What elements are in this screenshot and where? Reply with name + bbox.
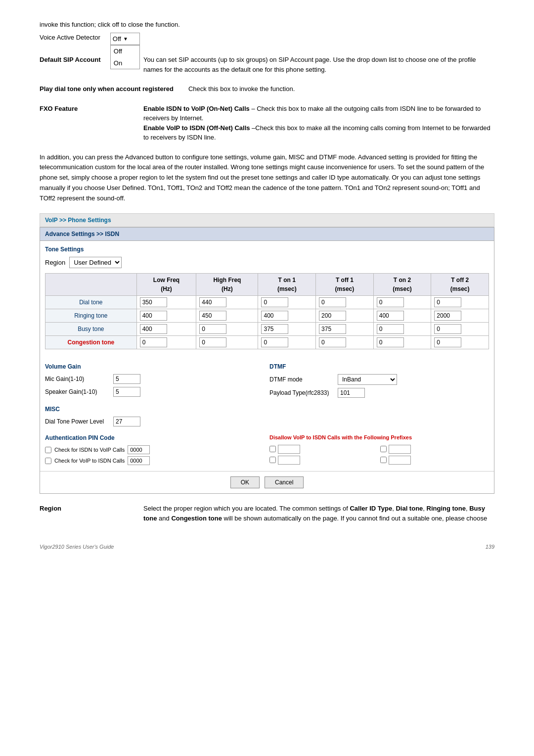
check-isdn-to-voip-value[interactable]	[128, 445, 150, 454]
dtmf-mode-label: DTMF mode	[269, 375, 334, 384]
dial-low[interactable]	[136, 296, 196, 309]
cong-ton1-input[interactable]	[261, 337, 288, 347]
cong-low[interactable]	[136, 336, 196, 349]
region-section-label: Region	[40, 504, 129, 523]
busy-low[interactable]	[136, 323, 196, 336]
ring-high[interactable]	[196, 309, 258, 323]
disallow-prefix-1b-input[interactable]	[389, 445, 411, 454]
ring-ton2-input[interactable]	[377, 311, 404, 321]
busy-low-input[interactable]	[140, 324, 167, 334]
fxo-bold1: Enable ISDN to VoIP (On-Net) Calls	[143, 105, 250, 112]
settings-header: Advance Settings >> ISDN	[40, 228, 494, 241]
ring-toff2-input[interactable]	[434, 311, 461, 321]
ok-button[interactable]: OK	[230, 476, 260, 488]
region-bold1: Caller ID Type	[350, 505, 392, 512]
dial-ton2[interactable]	[373, 296, 431, 309]
region-bold2: Dial tone	[396, 505, 423, 512]
disallow-prefix-1a-input[interactable]	[278, 445, 300, 454]
cong-ton1[interactable]	[258, 336, 316, 349]
busy-toff1-input[interactable]	[319, 324, 346, 334]
check-isdn-to-voip-label: Check for ISDN to VoIP Calls	[54, 446, 125, 454]
dial-low-input[interactable]	[140, 297, 167, 307]
dial-toff2[interactable]	[431, 296, 489, 309]
dial-toff2-input[interactable]	[434, 297, 461, 307]
dial-toff1[interactable]	[316, 296, 374, 309]
region-bold5: Congestion tone	[171, 515, 222, 522]
cong-low-input[interactable]	[140, 337, 167, 347]
dial-ton1-input[interactable]	[261, 297, 288, 307]
region-desc-mid: and	[157, 515, 171, 522]
disallow-prefix-1a-checkbox[interactable]	[269, 446, 276, 452]
busy-toff2[interactable]	[431, 323, 489, 336]
play-dial-desc: Check this box to invoke the function.	[188, 84, 494, 94]
ring-ton2[interactable]	[373, 309, 431, 323]
check-isdn-to-voip-checkbox[interactable]	[45, 447, 51, 453]
busy-toff2-input[interactable]	[434, 324, 461, 334]
ring-ton1[interactable]	[258, 309, 316, 323]
breadcrumb: VoIP >> Phone Settings	[40, 213, 494, 227]
disallow-prefix-2b-checkbox[interactable]	[380, 457, 387, 463]
ring-low-input[interactable]	[140, 311, 167, 321]
dial-high-input[interactable]	[199, 297, 226, 307]
cong-ton2[interactable]	[373, 336, 431, 349]
cancel-button[interactable]: Cancel	[265, 476, 304, 488]
vad-option-on[interactable]: On	[111, 57, 139, 69]
busy-ton1-input[interactable]	[261, 324, 288, 334]
dial-toff1-input[interactable]	[319, 297, 346, 307]
fxo-desc: Enable ISDN to VoIP (On-Net) Calls – Che…	[143, 104, 494, 142]
disallow-prefix-1b-checkbox[interactable]	[380, 446, 387, 452]
cong-high-input[interactable]	[199, 337, 226, 347]
dtmf-mode-select[interactable]: InBand OutBand OutBand_NTE	[338, 374, 397, 385]
check-voip-to-isdn-checkbox[interactable]	[45, 458, 51, 464]
payload-type-input[interactable]	[338, 388, 365, 398]
disallow-prefix-2a-checkbox[interactable]	[269, 457, 276, 463]
ring-toff1[interactable]	[316, 309, 374, 323]
vad-dropdown-menu: Off On	[110, 45, 140, 69]
busy-ton1[interactable]	[258, 323, 316, 336]
cong-toff1[interactable]	[316, 336, 374, 349]
cong-toff1-input[interactable]	[319, 337, 346, 347]
congestion-tone-label: Congestion tone	[45, 336, 137, 349]
dial-tone-label: Dial tone	[45, 296, 137, 309]
disallow-prefix-2b-input[interactable]	[389, 456, 411, 465]
table-row: Busy tone	[45, 323, 489, 336]
volume-gain-title: Volume Gain	[45, 362, 265, 371]
busy-high[interactable]	[196, 323, 258, 336]
ring-high-input[interactable]	[199, 311, 226, 321]
busy-toff1[interactable]	[316, 323, 374, 336]
cong-ton2-input[interactable]	[377, 337, 404, 347]
th-ton1: T on 1(msec)	[258, 274, 316, 296]
cong-toff2[interactable]	[431, 336, 489, 349]
cong-high[interactable]	[196, 336, 258, 349]
busy-ton2[interactable]	[373, 323, 431, 336]
mic-gain-input[interactable]	[113, 374, 140, 384]
ring-toff2[interactable]	[431, 309, 489, 323]
ring-toff1-input[interactable]	[319, 311, 346, 321]
fxo-bold2: Enable VoIP to ISDN (Off-Net) Calls	[143, 124, 250, 132]
play-dial-label: Play dial tone only when account registe…	[40, 84, 174, 94]
prefix-row-2a	[269, 456, 378, 465]
busy-ton2-input[interactable]	[377, 324, 404, 334]
th-ton2: T on 2(msec)	[373, 274, 431, 296]
ring-low[interactable]	[136, 309, 196, 323]
dial-tone-power-input[interactable]	[113, 417, 140, 426]
auth-section: Authentication PIN Code Check for ISDN t…	[45, 433, 265, 467]
speaker-gain-input[interactable]	[113, 387, 140, 397]
table-row: Congestion tone	[45, 336, 489, 349]
dial-ton1[interactable]	[258, 296, 316, 309]
vad-dropdown[interactable]: Off ▼ Off On	[110, 33, 140, 46]
th-toff2: T off 2(msec)	[431, 274, 489, 296]
disallow-title: Disallow VoIP to ISDN Calls with the Fol…	[269, 433, 489, 442]
vad-selected-value: Off	[113, 34, 121, 44]
busy-high-input[interactable]	[199, 324, 226, 334]
region-select[interactable]: User Defined	[69, 257, 122, 268]
dial-high[interactable]	[196, 296, 258, 309]
check-voip-to-isdn-value[interactable]	[128, 456, 150, 465]
cong-toff2-input[interactable]	[434, 337, 461, 347]
dial-tone-power-label: Dial Tone Power Level	[45, 417, 109, 426]
dial-ton2-input[interactable]	[377, 297, 404, 307]
vad-option-off[interactable]: Off	[111, 46, 139, 57]
settings-box: Advance Settings >> ISDN Tone Settings R…	[40, 227, 494, 494]
disallow-prefix-2a-input[interactable]	[278, 456, 300, 465]
ring-ton1-input[interactable]	[261, 311, 288, 321]
